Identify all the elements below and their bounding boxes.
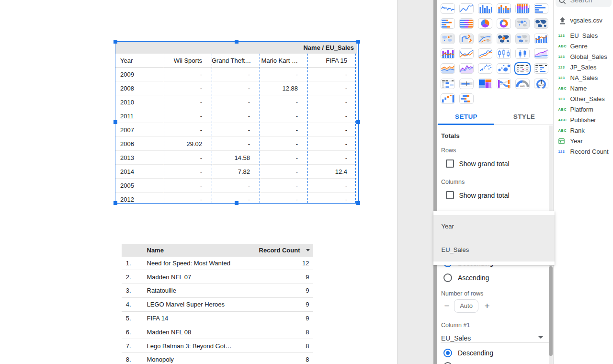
field-item-genre[interactable]: ABCGenre [554, 41, 613, 51]
chart-type-gauge-dial-chart[interactable]: 222.7K [534, 79, 548, 89]
column1-sort-ascending-option [443, 362, 452, 364]
chart-type-100-stacked-bar-chart[interactable] [459, 18, 474, 29]
dropdown-option-year[interactable]: Year [433, 215, 555, 239]
pivot-value-cell: - [307, 85, 357, 92]
chart-type-geo-dark-map[interactable] [497, 34, 511, 44]
chart-type-line-chart-multi[interactable] [459, 48, 474, 59]
panel-scrollbar-thumb[interactable] [549, 266, 553, 356]
tab-style[interactable]: STYLE [495, 108, 553, 125]
field-item-other-sales[interactable]: 123Other_Sales [554, 93, 613, 104]
chart-type-smoothed-line-multi[interactable] [478, 48, 492, 59]
column-boundary-guide[interactable] [355, 54, 356, 203]
chart-type-span-chart[interactable] [459, 79, 474, 89]
chart-type-smoothed-line-chart[interactable] [459, 3, 474, 14]
record-table-row: 2.Madden NFL 079 [122, 270, 313, 284]
chart-type-gauge-chart[interactable]: 111K [515, 79, 530, 89]
pivot-value-cell: - [307, 140, 357, 148]
report-canvas[interactable]: Name / EU_Sales YearWii SportsGrand Thef… [0, 0, 397, 364]
chart-type-column-chart[interactable] [478, 3, 492, 14]
pivot-data-row: 2005---- [115, 179, 357, 193]
field-item-jp-sales[interactable]: 123JP_Sales [554, 62, 613, 72]
row-sort-ascending-radio[interactable] [443, 273, 452, 282]
chart-type-stacked-combo-chart[interactable] [441, 48, 455, 59]
chart-type-100-stacked-column-chart[interactable] [515, 3, 530, 14]
chart-type-pie-chart[interactable] [478, 18, 492, 29]
pivot-value-cell: - [260, 168, 307, 175]
chart-type-stacked-bar-chart[interactable] [441, 18, 455, 29]
field-name: Publisher [570, 116, 596, 124]
column-boundary-guide[interactable] [307, 54, 308, 203]
chart-type-time-series-chart[interactable] [441, 3, 455, 14]
chart-type-area-line-chart[interactable] [459, 63, 474, 74]
rows-grand-total-checkbox[interactable] [446, 159, 454, 168]
chart-type-geo-bubble-map[interactable] [515, 18, 530, 29]
data-source-row[interactable]: vgsales.csv [554, 15, 613, 26]
record-row-count: 12 [284, 260, 313, 267]
field-search-input[interactable]: Search [556, 0, 612, 7]
pivot-data-row: 2014-7.82-12.4 [115, 165, 357, 179]
field-item-rank[interactable]: ABCRank [554, 125, 613, 136]
chart-type-candlestick-outline-chart[interactable] [497, 48, 511, 59]
chart-type-timeline-chart[interactable] [459, 93, 474, 104]
chart-type-donut-chart[interactable] [497, 18, 511, 29]
field-item-year[interactable]: Year [554, 136, 613, 146]
rows-count-value[interactable]: Auto [454, 299, 478, 313]
column-boundary-guide[interactable] [164, 54, 164, 203]
field-item-global-sales[interactable]: 123Global_Sales [554, 51, 613, 62]
chart-type-waterfall-chart[interactable] [441, 93, 455, 104]
data-fields-panel: Search vgsales.csv 123EU_SalesABCGenre12… [554, 0, 613, 364]
record-table-row: 5.FIFA 149 [122, 312, 313, 326]
rows-grand-total-row: Show grand total [446, 159, 510, 168]
field-item-name[interactable]: ABCName [554, 83, 613, 93]
pivot-value-cell: - [164, 113, 212, 120]
chart-type-candlestick-chart[interactable] [515, 48, 530, 59]
field-item-publisher[interactable]: ABCPublisher [554, 114, 613, 125]
column1-field-select[interactable]: EU_Sales [441, 331, 552, 343]
chart-type-geo-route-map[interactable] [459, 34, 474, 44]
chart-type-table-with-heatmap[interactable] [441, 79, 455, 89]
pivot-value-cell: - [260, 182, 307, 189]
tab-setup[interactable]: SETUP [437, 108, 495, 125]
chart-type-geo-filled-map[interactable] [534, 18, 548, 29]
record-row-name: Ratatouille [133, 287, 284, 294]
chart-type-table-with-bars[interactable] [534, 63, 548, 74]
chart-type-pivot-table-selected[interactable] [514, 62, 531, 75]
column-boundary-guide[interactable] [260, 54, 260, 203]
number-of-rows-stepper: − Auto + [441, 299, 493, 313]
field-name: JP_Sales [570, 64, 597, 71]
field-item-record-count[interactable]: 123Record Count [554, 146, 613, 157]
column1-sort-descending-radio[interactable] [443, 349, 452, 357]
chart-type-scatter-chart[interactable] [478, 63, 492, 74]
pivot-value-cell: - [307, 154, 357, 161]
increase-rows-button[interactable]: + [481, 301, 493, 311]
chart-type-treemap-chart[interactable] [478, 79, 492, 89]
chart-type-geo-heat-map[interactable] [515, 34, 530, 44]
record-table-header-name[interactable]: Name [122, 247, 259, 254]
chart-type-smoothed-area-chart[interactable] [534, 48, 548, 59]
chart-type-geo-flight-map[interactable] [478, 34, 492, 44]
chart-type-combo-chart[interactable] [534, 34, 548, 44]
field-item-eu-sales[interactable]: 123EU_Sales [554, 30, 613, 41]
decrease-rows-button[interactable]: − [441, 301, 453, 311]
chart-type-bar-chart[interactable] [534, 3, 548, 14]
pivot-table-chart[interactable]: Name / EU_Sales YearWii SportsGrand Thef… [115, 42, 357, 203]
column1-sort-ascending-radio[interactable] [443, 362, 452, 364]
chart-type-stacked-column-chart[interactable] [497, 3, 511, 14]
columns-grand-total-checkbox[interactable] [446, 191, 454, 199]
chart-type-stacked-area-chart[interactable] [441, 63, 455, 74]
column1-label: Column #1 [441, 322, 470, 329]
number-of-rows-label: Number of rows [441, 290, 483, 297]
canvas-scrollbar[interactable] [433, 0, 437, 364]
record-table-header: Name Record Count [122, 244, 313, 257]
chart-type-bubble-chart[interactable] [497, 63, 511, 74]
chart-type-geo-area-map[interactable] [441, 34, 455, 44]
column-boundary-guide[interactable] [212, 54, 212, 203]
dropdown-option-eu-sales[interactable]: EU_Sales [433, 238, 555, 262]
chart-type-sankey-chart[interactable] [497, 79, 511, 89]
calendar-icon [554, 137, 570, 144]
record-count-table-chart[interactable]: Name Record Count 1.Need for Speed: Most… [122, 244, 313, 364]
field-item-platform[interactable]: ABCPlatform [554, 104, 613, 114]
record-table-header-count[interactable]: Record Count [259, 247, 313, 254]
field-item-na-sales[interactable]: 123NA_Sales [554, 72, 613, 83]
abc-type-icon: ABC [554, 118, 570, 122]
